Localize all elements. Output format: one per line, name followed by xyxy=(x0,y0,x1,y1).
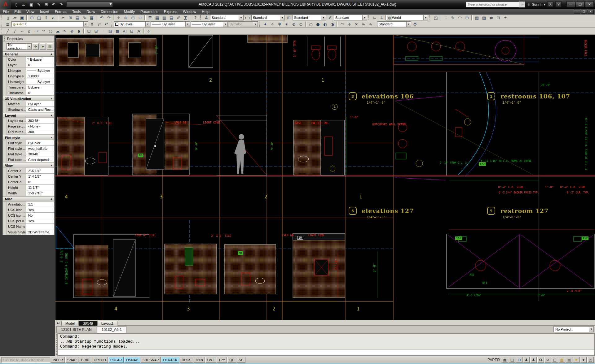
color-combo[interactable]: ByLayer▼ xyxy=(114,21,150,27)
property-value[interactable]: 30X48 xyxy=(26,118,54,123)
redo-icon[interactable]: ↷ xyxy=(105,15,112,20)
search-input[interactable] xyxy=(466,2,519,7)
status-toggle[interactable]: QP xyxy=(227,357,236,363)
tool-palettes-icon[interactable]: ▥ xyxy=(161,15,168,20)
project-combo[interactable]: No Project▼ xyxy=(553,326,594,332)
hatch-icon[interactable]: ▨ xyxy=(107,28,114,34)
section-header[interactable]: 3D Visualization▲ xyxy=(3,96,54,101)
save-icon[interactable]: ▣ xyxy=(28,2,35,7)
publish-icon[interactable]: ⇑ xyxy=(43,15,50,20)
plot-preview-icon[interactable]: ◫ xyxy=(36,15,42,20)
command-history[interactable]: Command:...WB Startup functions loaded..… xyxy=(58,334,594,349)
menu-item[interactable]: Help xyxy=(199,9,212,14)
save-as-icon[interactable]: ✎ xyxy=(35,2,42,7)
doc-restore-button[interactable]: ❐ xyxy=(581,10,587,14)
property-value[interactable]: No xyxy=(26,213,54,218)
menu-item[interactable]: View xyxy=(24,9,37,14)
toolbar-grip[interactable] xyxy=(2,28,3,33)
command-window-grip[interactable] xyxy=(55,333,58,356)
restore-button[interactable]: ❐ xyxy=(576,1,584,7)
layer-properties-manager-icon[interactable]: ≣ xyxy=(4,21,11,27)
section-header[interactable]: Layout▲ xyxy=(3,113,54,118)
status-toggle[interactable]: POLAR xyxy=(108,357,124,363)
help-icon[interactable]: ? xyxy=(555,2,562,7)
new-file-icon[interactable]: ▯ xyxy=(13,2,20,7)
region-icon[interactable]: ◰ xyxy=(121,28,128,34)
quickcalc-icon[interactable]: ∑ xyxy=(182,15,189,20)
3d-dwf-icon[interactable]: ⌂ xyxy=(50,15,57,20)
sheetset-manager-icon[interactable]: ▤ xyxy=(168,15,175,20)
property-value[interactable]: Yes xyxy=(26,218,54,223)
property-value[interactable]: ———ByLayer xyxy=(26,68,54,73)
property-value[interactable]: Casts and Rec... xyxy=(26,107,54,112)
properties-icon[interactable]: ☰ xyxy=(147,15,153,20)
select-objects-button[interactable]: ➤ xyxy=(40,43,46,50)
make-object-layer-current-icon[interactable]: ⇑ xyxy=(89,21,95,27)
attach-xref-icon[interactable]: ▨ xyxy=(474,15,480,20)
layout-tab[interactable]: 30X48 xyxy=(79,321,97,326)
property-value[interactable]: 300 xyxy=(26,129,54,134)
open-file-icon[interactable]: ▱ xyxy=(20,2,27,7)
layer-unisolate-icon[interactable]: ✧ xyxy=(269,21,276,27)
annotation-monitor-icon[interactable]: ◳ xyxy=(432,15,439,20)
property-value[interactable]: 30X48 xyxy=(26,151,54,157)
paper-space-label[interactable]: PAPER xyxy=(486,358,501,362)
property-value[interactable]: Yes xyxy=(26,207,54,212)
status-toggle[interactable]: TPY xyxy=(217,357,227,363)
zoom-window-icon[interactable]: ⊞ xyxy=(130,15,136,20)
property-value[interactable]: 1'-9 7/16" xyxy=(26,190,54,196)
blocks-icon[interactable]: ⊞ xyxy=(464,15,470,20)
multileader-style-combo[interactable]: Standard▼ xyxy=(334,15,367,20)
doc-minimize-button[interactable]: — xyxy=(574,10,580,14)
polyline-edit-icon[interactable]: ∿ xyxy=(367,21,374,27)
style-icon[interactable]: ✐ xyxy=(327,15,333,20)
property-value[interactable]: Color depend... xyxy=(26,157,54,162)
collapse-icon[interactable]: ▲ xyxy=(50,97,53,100)
status-toggle[interactable]: LWT xyxy=(205,357,216,363)
style-icon[interactable]: ⟷ xyxy=(244,15,251,20)
revision-cloud-icon[interactable]: ☁ xyxy=(54,28,61,34)
zoom-realtime-icon[interactable]: ⊕ xyxy=(122,15,129,20)
etransmit-icon[interactable]: ⇄ xyxy=(488,15,495,20)
status-toggle[interactable]: OTRACK xyxy=(161,357,179,363)
workspace-switcher-dropdown[interactable]: ▼ xyxy=(66,2,113,7)
circle-icon[interactable]: ○ xyxy=(47,28,54,34)
last-tab-button[interactable]: ▶| xyxy=(56,321,61,325)
new-icon[interactable]: ▯ xyxy=(4,15,11,20)
spline-icon[interactable]: ∿ xyxy=(61,28,68,34)
toolbar-grip[interactable] xyxy=(2,22,3,27)
status-toggle[interactable]: 3DOSNAP xyxy=(141,357,161,363)
property-value[interactable]: ByColor xyxy=(26,140,54,145)
property-value[interactable]: 1:1 xyxy=(26,202,54,207)
file-tab[interactable]: 10132_A6-1 xyxy=(97,326,126,333)
tray-bulb-icon[interactable]: ☀ xyxy=(573,357,580,363)
collapse-icon[interactable]: ▲ xyxy=(50,114,53,117)
break-icon[interactable]: ✕ xyxy=(353,21,360,27)
workspace-style-combo[interactable]: Standard▼ xyxy=(377,21,411,27)
multiline-text-icon[interactable]: A xyxy=(135,28,142,34)
point-icon[interactable]: · xyxy=(100,28,107,34)
menu-item[interactable]: Parametric xyxy=(138,9,161,14)
toolbar-grip[interactable] xyxy=(111,22,112,27)
chamfer-icon[interactable]: ✛ xyxy=(346,21,353,27)
menu-item[interactable]: Window xyxy=(180,9,199,14)
layer-isolate-icon[interactable]: ✦ xyxy=(262,21,269,27)
quick-select-button[interactable]: ▨ xyxy=(47,43,53,50)
property-value[interactable]: 1.0000 xyxy=(26,73,54,79)
table-icon[interactable]: ⊟ xyxy=(128,28,135,34)
section-header[interactable]: General▲ xyxy=(3,51,54,57)
coordinate-display[interactable]: 1'-8 15/16", 0'-6 9/16", 0'-0" xyxy=(1,357,50,363)
toolbar-grip[interactable] xyxy=(368,15,370,20)
property-value[interactable]: <None> xyxy=(26,124,54,129)
workspace-settings-icon[interactable]: ⚙ xyxy=(412,21,418,27)
lineweight-combo[interactable]: ByLayer▼ xyxy=(191,21,228,27)
command-input[interactable] xyxy=(58,349,594,355)
linetype-combo[interactable]: ByLayer▼ xyxy=(151,21,190,27)
designcenter-icon[interactable]: ▦ xyxy=(154,15,161,20)
layout-toggle-icon[interactable]: ◫ xyxy=(509,357,515,363)
tray-dropdown-icon[interactable]: ▾ xyxy=(580,357,587,363)
exchange-apps-icon[interactable]: X xyxy=(547,2,553,7)
arc-icon[interactable]: ◠ xyxy=(40,28,47,34)
text-style-combo[interactable]: Standard▼ xyxy=(210,15,244,20)
status-toggle[interactable]: SNAP xyxy=(65,357,78,363)
